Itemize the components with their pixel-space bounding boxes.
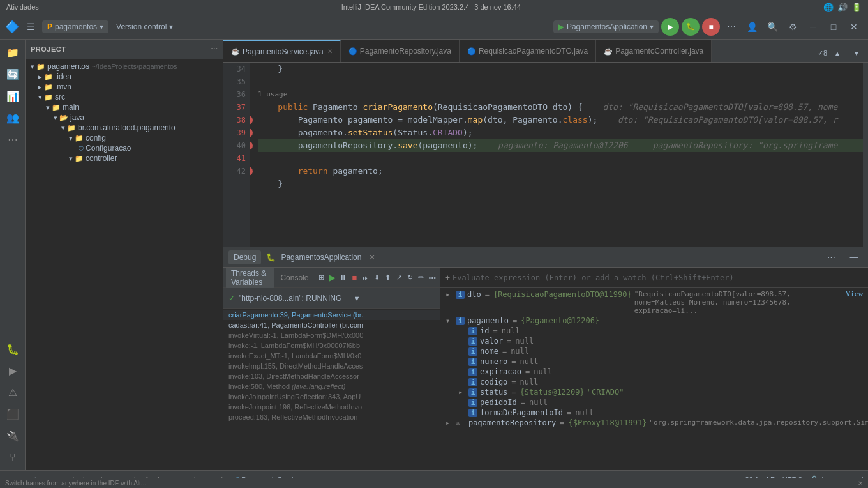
debug-toolbar-run-cursor[interactable]: ↗ (394, 269, 403, 287)
frame-item-invoke-2[interactable]: invoke:103, DirectMethodHandleAccessor (223, 371, 440, 381)
debug-toolbar-more[interactable]: ••• (428, 269, 437, 287)
stop-button[interactable]: ■ (702, 18, 720, 36)
maximize-button[interactable]: □ (825, 18, 842, 36)
frame-item-cadastrar[interactable]: cadastrar:41, PagamentoController (br.co… (223, 320, 440, 330)
hamburger-icon[interactable]: ☰ (22, 18, 40, 36)
tree-item-configuracao[interactable]: © Configuracao (26, 143, 223, 153)
tab-pagamento-service[interactable]: ☕ PagamentoService.java ✕ (223, 40, 341, 62)
activities-label[interactable]: Atividades (6, 3, 39, 11)
project-view-icon[interactable]: 📁 (3, 42, 23, 63)
tree-item-controller[interactable]: ▾ 📁 controller (26, 153, 223, 164)
var-forma-pagamento-id[interactable]: i formaDePagamentoId = null (440, 408, 868, 418)
run-button[interactable]: ▶ (661, 18, 679, 36)
minimize-button[interactable]: ─ (804, 18, 822, 36)
debug-toolbar-step-into[interactable]: ⬇ (372, 269, 382, 287)
tab-up-button[interactable]: ▲ (828, 44, 846, 62)
commit-icon[interactable]: 🔄 (3, 64, 23, 84)
frame-item-invoke-joinpoint-2[interactable]: invokeJoinpoint:196, ReflectiveMethodInv… (223, 402, 440, 412)
var-id[interactable]: i id = null (440, 326, 868, 336)
tree-item-src[interactable]: ▾ 📁 src (26, 92, 223, 102)
debug-toolbar-step-out[interactable]: ⬆ (383, 269, 393, 287)
var-expiracao[interactable]: i expiracao = null (440, 367, 868, 377)
tab-requisicao-dto[interactable]: 🔵 RequisicaoPagamentoDTO.java (460, 40, 596, 62)
plugins-icon[interactable]: 🔌 (3, 425, 23, 446)
tab-threads-variables[interactable]: Threads & Variables (226, 268, 274, 289)
user-icon[interactable]: 👤 (743, 18, 761, 36)
var-valor[interactable]: i valor = null (440, 336, 868, 346)
structure-icon[interactable]: 📊 (3, 86, 23, 106)
var-status-expand[interactable]: ▸ (458, 388, 466, 397)
var-dto-view-link[interactable]: View (846, 290, 864, 298)
expression-bar: + Evaluate expression (Enter) or add a w… (440, 268, 868, 288)
debug-toolbar-stop[interactable]: ■ (350, 269, 359, 287)
tab-down-button[interactable]: ▼ (848, 44, 865, 62)
debug-play-button[interactable]: 🐛 (682, 18, 700, 36)
tree-item-main[interactable]: ▾ 📁 main (26, 102, 223, 112)
var-pagamento[interactable]: ▾ i pagamento = {Pagamento@12206} (440, 316, 868, 326)
tab-pagamento-repository[interactable]: 🔵 PagamentoRepository.java (341, 40, 460, 62)
close-button[interactable]: ✕ (845, 18, 863, 36)
debug-close-icon[interactable]: ✕ (369, 253, 375, 262)
tree-label-idea: .idea (55, 72, 71, 81)
tab-close-service[interactable]: ✕ (327, 48, 333, 55)
editor-scrollbar[interactable] (863, 63, 868, 247)
add-watch-icon[interactable]: + (445, 273, 450, 282)
sidebar-content[interactable]: ▾ 📁 pagamentos ~/IdeaProjects/pagamentos… (26, 59, 223, 470)
run-config-selector[interactable]: ▶ PagamentosApplication ▾ (553, 20, 659, 33)
var-repo-expand[interactable]: ▸ (445, 418, 453, 427)
debug-icon[interactable]: 🐛 (3, 339, 23, 359)
var-dto[interactable]: ▸ i dto = {RequisicaoPagamentoDTO@11990}… (440, 289, 868, 316)
git-icon[interactable]: ⑂ (3, 447, 23, 468)
debug-minimize-icon[interactable]: — (845, 248, 863, 266)
var-pagamento-repo[interactable]: ▸ ∞ pagamentoRepository = {$Proxy118@119… (440, 418, 868, 428)
tree-item-package[interactable]: ▾ 📁 br.com.alurafood.pagamento (26, 123, 223, 133)
debug-toolbar-edit[interactable]: ✏ (416, 269, 426, 287)
project-selector[interactable]: P pagamentos ▾ (42, 20, 108, 33)
debug-toolbar-reset[interactable]: ↻ (405, 269, 415, 287)
var-numero[interactable]: i numero = null (440, 356, 868, 367)
tree-item-config[interactable]: ▾ 📁 config (26, 133, 223, 143)
frame-item-invoke-impl[interactable]: invokeImpl:155, DirectMethodHandleAcces (223, 361, 440, 371)
var-status[interactable]: ▸ i status = {Status@12209} "CRIADO" (440, 387, 868, 397)
frame-item-invoke-3[interactable]: invoke:580, Method (java.lang.reflect) (223, 381, 440, 392)
problems-icon[interactable]: ⚠ (3, 382, 23, 402)
restore-layout-button[interactable]: ⊞ (316, 269, 326, 287)
vcs-selector[interactable]: Version control ▾ (111, 20, 178, 33)
frame-item-invoke-exact[interactable]: invokeExact_MT:-1, LambdaForm$MH/0x0 (223, 351, 440, 361)
var-dto-expand[interactable]: ▸ (445, 290, 453, 299)
ellipsis-icon[interactable]: ⋯ (3, 129, 23, 149)
debug-toolbar-step-over[interactable]: ⏭ (361, 269, 370, 287)
terminal-icon[interactable]: ⬛ (3, 404, 23, 424)
tree-item-idea[interactable]: ▸ 📁 .idea (26, 72, 223, 82)
debug-settings-icon[interactable]: ⋯ (822, 248, 840, 266)
frame-item-proceed[interactable]: proceed:163, ReflectiveMethodInvocation (223, 412, 440, 422)
tree-label-src: src (55, 93, 65, 102)
debug-app-name[interactable]: PagamentosApplication (281, 253, 361, 262)
search-button[interactable]: 🔍 (763, 18, 781, 36)
debug-header-title[interactable]: Debug (228, 250, 261, 264)
tree-item-pagamentos[interactable]: ▾ 📁 pagamentos ~/IdeaProjects/pagamentos (26, 61, 223, 72)
debug-toolbar-resume[interactable]: ▶ (327, 269, 337, 287)
var-codigo[interactable]: i codigo = null (440, 377, 868, 387)
var-pagamento-expand[interactable]: ▾ (445, 316, 453, 325)
run-icon2[interactable]: ▶ (3, 360, 23, 381)
var-nome[interactable]: i nome = null (440, 346, 868, 356)
tree-item-java[interactable]: ▾ 📂 java (26, 112, 223, 123)
frame-item-invoke-joinpoint[interactable]: invokeJoinpointUsingReflection:343, AopU (223, 392, 440, 402)
frame-item-criar-pagamento[interactable]: criarPagamento:39, PagamentoService (br.… (223, 310, 440, 320)
thread-filter-icon[interactable]: ▼ (348, 289, 366, 307)
code-gutter: 34 35 36 37 38 39 40 41 42 (223, 63, 250, 247)
settings-button[interactable]: ⚙ (784, 18, 802, 36)
tab-console[interactable]: Console (275, 271, 313, 285)
tree-item-mvn[interactable]: ▸ 📁 .mvn (26, 82, 223, 92)
frame-item-invoke-virtual[interactable]: invokeVirtual:-1, LambdaForm$DMH/0x000 (223, 330, 440, 340)
debug-toolbar-pause[interactable]: ⏸ (338, 269, 348, 287)
frame-item-invoke-1[interactable]: invoke:-1, LambdaForm$MH/0x00007f6bb (223, 340, 440, 351)
code-content[interactable]: } 1 usage public Pagamento criarPagament… (250, 63, 868, 247)
var-pedido-id[interactable]: i pedidoId = null (440, 397, 868, 408)
var-status-extra: "CRIADO" (587, 388, 624, 397)
sidebar-more-icon[interactable]: ⋯ (211, 45, 218, 54)
tab-pagamento-controller[interactable]: ☕ PagamentoController.java (596, 40, 712, 62)
more-options-button[interactable]: ⋯ (722, 18, 740, 36)
people-icon[interactable]: 👥 (3, 107, 23, 128)
